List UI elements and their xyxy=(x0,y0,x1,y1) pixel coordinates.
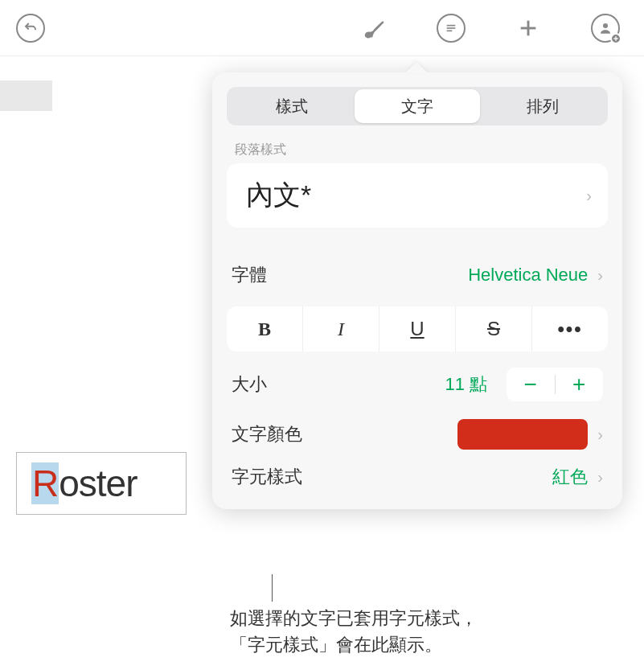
text-color-label: 文字顏色 xyxy=(232,422,302,446)
paragraph-style-selector[interactable]: 內文* › xyxy=(227,163,608,228)
tab-text[interactable]: 文字 xyxy=(355,89,480,123)
italic-button[interactable]: I xyxy=(303,306,379,351)
callout-line1: 如選擇的文字已套用字元樣式， xyxy=(230,608,478,628)
size-value: 11 點 xyxy=(445,372,487,397)
text-style-buttons: B I U S ••• xyxy=(227,306,608,351)
strike-button[interactable]: S xyxy=(456,306,532,351)
paragraph-style-value: 內文* xyxy=(246,177,311,214)
brush-icon xyxy=(362,16,386,40)
toolbar-right xyxy=(45,14,628,43)
sample-text: Roster xyxy=(31,462,137,505)
rest-text: oster xyxy=(59,462,137,504)
svg-point-5 xyxy=(603,23,608,28)
callout-line2: 「字元樣式」會在此顯示。 xyxy=(230,635,442,655)
color-swatch[interactable] xyxy=(457,419,588,450)
back-button[interactable] xyxy=(16,14,45,43)
char-style-value: 紅色 xyxy=(552,465,588,489)
collaborate-button[interactable] xyxy=(591,14,620,43)
char-style-label: 字元樣式 xyxy=(232,465,302,489)
format-button[interactable] xyxy=(359,14,388,43)
chevron-right-icon: › xyxy=(597,468,603,487)
text-box[interactable]: Roster xyxy=(16,452,187,515)
tab-style[interactable]: 樣式 xyxy=(229,89,355,123)
add-button[interactable] xyxy=(514,14,543,43)
more-styles-button[interactable]: ••• xyxy=(532,306,608,351)
underline-button[interactable]: U xyxy=(379,306,456,351)
tab-selector: 樣式 文字 排列 xyxy=(227,87,608,125)
toolbar-left xyxy=(16,14,45,43)
size-decrease-button[interactable]: − xyxy=(507,372,555,397)
font-row[interactable]: 字體 Helvetica Neue › xyxy=(212,250,622,300)
size-stepper: − + xyxy=(507,368,603,401)
chevron-right-icon: › xyxy=(597,266,603,285)
list-icon xyxy=(445,22,457,35)
callout-text: 如選擇的文字已套用字元樣式， 「字元樣式」會在此顯示。 xyxy=(230,605,478,658)
top-toolbar xyxy=(0,0,644,56)
selected-letter: R xyxy=(31,462,59,504)
popover-arrow xyxy=(405,62,428,73)
chevron-right-icon: › xyxy=(597,425,603,444)
person-icon xyxy=(598,21,613,35)
tab-arrange[interactable]: 排列 xyxy=(480,89,605,123)
bold-button[interactable]: B xyxy=(227,306,303,351)
size-row: 大小 11 點 − + xyxy=(212,360,622,409)
callout-line xyxy=(272,574,273,602)
size-increase-button[interactable]: + xyxy=(556,372,604,397)
text-color-row[interactable]: 文字顏色 › xyxy=(212,409,622,459)
size-label: 大小 xyxy=(232,372,267,397)
format-popover: 樣式 文字 排列 段落樣式 內文* › 字體 Helvetica Neue › … xyxy=(212,72,622,509)
view-button[interactable] xyxy=(437,14,466,43)
page-edge xyxy=(0,80,52,111)
chevron-right-icon: › xyxy=(586,187,592,205)
plus-icon xyxy=(517,17,539,39)
font-label: 字體 xyxy=(232,263,267,287)
character-style-row[interactable]: 字元樣式 紅色 › xyxy=(212,459,622,509)
undo-icon xyxy=(23,21,38,35)
paragraph-section-label: 段落樣式 xyxy=(235,142,600,158)
font-value: Helvetica Neue xyxy=(468,265,588,286)
